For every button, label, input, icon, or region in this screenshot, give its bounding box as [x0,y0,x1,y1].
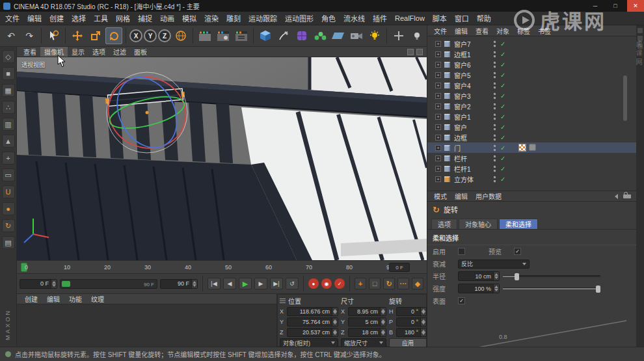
timeline-range-slider[interactable]: 90 F [60,279,157,289]
menubar-item-character[interactable]: 角色 [317,13,340,23]
timeline-end-field[interactable]: 0 F [389,263,410,272]
undo-button[interactable]: ↶ [3,27,20,44]
lock-x-axis-button[interactable]: X [129,29,142,42]
viewport-menu-view[interactable]: 查看 [20,47,40,57]
expand-icon[interactable]: + [435,166,441,172]
frame-spinner[interactable] [191,280,197,288]
position-z-field[interactable]: 20.537 cm [287,328,338,337]
spinner[interactable] [420,328,426,336]
visibility-dots-icon[interactable] [493,144,496,152]
close-button[interactable]: ✕ [627,0,644,12]
menubar-item-window[interactable]: 窗口 [451,13,473,23]
enabled-check-icon[interactable]: ✓ [500,165,505,172]
enabled-check-icon[interactable]: ✓ [500,155,505,162]
visibility-dots-icon[interactable] [493,72,496,79]
key-position-toggle[interactable]: + [355,278,366,289]
next-frame-button[interactable]: ▶ [254,278,267,289]
viewport-maximize-icon[interactable] [407,49,414,55]
enabled-check-icon[interactable]: ✓ [500,82,505,89]
position-y-field[interactable]: 75.764 cm [287,317,338,327]
object-row-selected[interactable]: +门✓ [427,142,636,153]
texture-tag-icon[interactable] [518,144,526,152]
lock-y-axis-button[interactable]: Y [144,29,157,42]
enabled-check-icon[interactable]: ✓ [500,103,505,110]
render-view-button[interactable] [196,27,213,44]
timeline-ruler[interactable]: 0 10 20 30 40 50 60 70 80 90 0 F [17,260,427,274]
viewport-canvas[interactable] [17,57,427,260]
range-slider-handle[interactable] [62,281,70,287]
object-row[interactable]: +窗户✓ [427,122,636,132]
apply-button[interactable]: 应用 [389,338,427,347]
visibility-dots-icon[interactable] [493,165,496,172]
om-menu-edit[interactable]: 编辑 [451,26,472,36]
expand-icon[interactable]: + [435,124,441,130]
visibility-dots-icon[interactable] [493,134,496,141]
menubar-item-snap[interactable]: 捕捉 [134,13,156,23]
spinner[interactable] [420,318,426,326]
viewport-solo-button[interactable] [409,27,425,44]
menubar-item-render[interactable]: 渲染 [200,13,222,23]
expand-icon[interactable]: + [435,72,441,78]
menubar-item-tools[interactable]: 工具 [90,13,112,23]
slider-knob[interactable] [515,273,519,280]
spinner[interactable] [380,308,386,315]
strength-slider[interactable] [503,287,600,289]
object-row[interactable]: +边框✓ [427,132,636,142]
spinner[interactable] [332,308,338,315]
point-mode-icon[interactable]: ∴ [2,101,15,114]
enable-axis-icon[interactable]: + [2,152,15,165]
position-x-field[interactable]: 118.676 cm [287,307,338,316]
layout-dot-icon[interactable] [637,44,643,49]
expand-icon[interactable]: + [435,41,441,47]
move-tool-button[interactable] [69,27,86,44]
spinner[interactable] [332,318,338,326]
spinner[interactable] [332,328,338,336]
material-menu-texture[interactable]: 纹理 [87,294,108,304]
visibility-dots-icon[interactable] [493,40,496,47]
preview-checkbox[interactable]: ✓ [514,248,521,255]
keyframe-selection-button[interactable]: ✓ [334,278,345,289]
om-menu-tags[interactable]: 标签 [513,26,534,36]
object-row[interactable]: +窗户3✓ [427,90,636,101]
lock-icon[interactable] [623,194,631,198]
snap-icon[interactable]: U [2,185,15,198]
om-menu-file[interactable]: 文件 [430,26,451,36]
grid-icon[interactable]: ▤ [2,236,15,249]
viewport-layout-icon[interactable] [416,49,423,55]
enabled-check-icon[interactable]: ✓ [500,40,505,47]
visibility-dots-icon[interactable] [493,103,496,110]
workplane-icon[interactable]: ▭ [2,168,15,181]
object-row[interactable]: +边框1✓ [427,49,636,59]
menubar-item-pipeline[interactable]: 流水线 [340,13,369,23]
object-row[interactable]: +立方体✓ [427,174,636,184]
scale-tool-button[interactable] [87,27,104,44]
menubar-item-select[interactable]: 选择 [68,13,90,23]
enabled-check-icon[interactable]: ✓ [500,176,505,183]
menubar-item-mograph[interactable]: 运动图形 [281,13,317,23]
coordinates-menu-icon[interactable] [280,299,286,303]
texture-mode-icon[interactable]: ▦ [2,84,15,97]
expand-icon[interactable]: + [435,51,441,57]
edge-mode-icon[interactable]: ▥ [2,118,15,131]
expand-icon[interactable]: + [435,135,441,140]
layout-dot-icon[interactable] [637,28,643,33]
add-cube-button[interactable] [257,27,274,44]
minimize-button[interactable]: ─ [587,0,604,12]
render-to-picture-viewer-button[interactable] [215,27,232,44]
radius-slider[interactable] [503,275,600,277]
size-y-field[interactable]: 5 cm [348,317,386,327]
make-editable-icon[interactable]: ◇ [2,50,15,63]
camera-button[interactable] [348,27,365,44]
expand-icon[interactable]: + [435,103,441,109]
om-menu-bookmarks[interactable]: 书签 [534,26,555,36]
rotation-h-field[interactable]: 0 ° [396,307,427,316]
viewport-menu-options[interactable]: 选项 [88,47,109,57]
model-mode-icon[interactable]: ■ [2,67,15,80]
expand-icon[interactable]: + [435,83,441,88]
key-pla-toggle[interactable]: ◆ [412,278,423,289]
strength-field[interactable]: 100 % [458,284,500,293]
subdivision-surface-button[interactable] [293,27,310,44]
viewport-3d-scene[interactable] [17,57,427,260]
enabled-check-icon[interactable]: ✓ [500,92,505,100]
surface-checkbox[interactable]: ✓ [458,297,465,304]
